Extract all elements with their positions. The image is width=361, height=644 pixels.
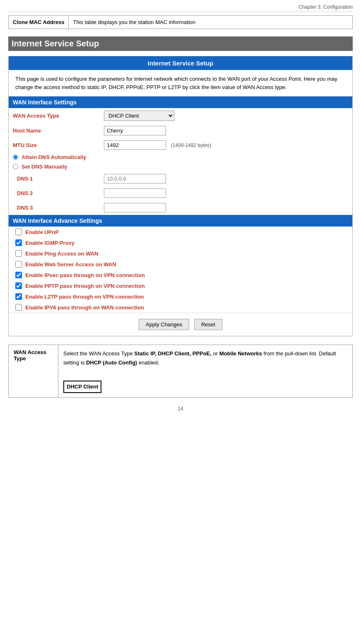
- webserver-checkbox[interactable]: [15, 261, 22, 268]
- wan-access-desc-bold2: Mobile Networks: [219, 350, 262, 357]
- wan-access-info-table: WAN Access Type Select the WAN Access Ty…: [8, 345, 353, 398]
- dhcp-boxed-label: DHCP Client: [63, 381, 101, 393]
- dns-manual-radio[interactable]: [13, 164, 18, 169]
- checkbox-webserver: Enable Web Server Access on WAN: [9, 259, 352, 270]
- host-name-label: Host Name: [9, 123, 100, 138]
- wan-access-desc-part1: Select the WAN Access Type: [63, 350, 134, 357]
- dns1-input[interactable]: [104, 174, 166, 183]
- dns-auto-label[interactable]: Attain DNS Automatically: [22, 154, 86, 160]
- ipsec-label[interactable]: Enable IPsec pass through on VPN connect…: [25, 272, 145, 278]
- dns-form-table: DNS 1 DNS 2 DNS 3: [9, 171, 352, 215]
- checkbox-pptp: Enable PPTP pass through on VPN connecti…: [9, 280, 352, 291]
- host-name-input[interactable]: [104, 126, 166, 135]
- checkbox-l2tp: Enable L2TP pass through on VPN connecti…: [9, 291, 352, 302]
- igmp-label[interactable]: Enable IGMP Proxy: [25, 240, 75, 246]
- mtu-size-label: MTU Size: [9, 138, 100, 152]
- wan-access-desc-bold1: Static IP, DHCP Client, PPPoE,: [134, 350, 212, 357]
- inner-panel-description: This page is used to configure the param…: [9, 70, 352, 96]
- dns3-input[interactable]: [104, 203, 166, 212]
- checkbox-ipsec: Enable IPsec pass through on VPN connect…: [9, 270, 352, 280]
- upnp-checkbox[interactable]: [15, 229, 22, 235]
- ping-label[interactable]: Enable Ping Access on WAN: [25, 251, 99, 257]
- wan-interface-settings-title: WAN Interface Settings: [9, 96, 352, 108]
- l2tp-label[interactable]: Enable L2TP pass through on VPN connecti…: [25, 294, 144, 300]
- mtu-size-row: MTU Size (1400-1492 bytes): [9, 138, 352, 152]
- clone-mac-label: Clone MAC Address: [9, 16, 69, 29]
- dns2-input[interactable]: [104, 188, 166, 198]
- wan-access-type-select[interactable]: DHCP Client Static IP PPPoE PPTP L2TP: [104, 111, 174, 121]
- dns1-label: DNS 1: [9, 171, 100, 186]
- upnp-label[interactable]: Enable UPnP: [25, 229, 59, 235]
- inner-panel-title: Internet Service Setup: [9, 56, 352, 70]
- chapter-header: Chapter 3: Configuration: [8, 4, 353, 12]
- dns2-label: DNS 2: [9, 186, 100, 200]
- inner-panel: Internet Service Setup This page is used…: [8, 56, 353, 336]
- button-row: Apply Changes Reset: [9, 313, 352, 336]
- wan-form-table: WAN Access Type DHCP Client Static IP PP…: [9, 108, 352, 152]
- dns-auto-row: Attain DNS Automatically: [9, 152, 352, 162]
- wan-access-info-label: WAN Access Type: [9, 345, 58, 398]
- pptp-label[interactable]: Enable PPTP pass through on VPN connecti…: [25, 283, 145, 289]
- clone-mac-table: Clone MAC Address This table displays yo…: [8, 15, 353, 29]
- wan-access-desc-part2: or: [212, 350, 219, 357]
- mtu-hint: (1400-1492 bytes): [171, 142, 211, 148]
- dns2-row: DNS 2: [9, 186, 352, 200]
- dns-manual-label[interactable]: Set DNS Manually: [22, 164, 67, 170]
- checkbox-upnp: Enable UPnP: [9, 227, 352, 237]
- host-name-row: Host Name: [9, 123, 352, 138]
- webserver-label[interactable]: Enable Web Server Access on WAN: [25, 261, 116, 268]
- reset-button[interactable]: Reset: [194, 319, 222, 330]
- page-number: 14: [8, 406, 353, 412]
- dns-manual-row: Set DNS Manually: [9, 162, 352, 171]
- apply-changes-button[interactable]: Apply Changes: [139, 319, 189, 330]
- clone-mac-description: This table displays you the station MAC …: [69, 16, 353, 29]
- advance-settings-title: WAN Interface Advance Settings: [9, 215, 352, 227]
- checkbox-ipv6: Enable IPV6 pass through on WAN connecti…: [9, 302, 352, 313]
- ipv6-checkbox[interactable]: [15, 304, 22, 311]
- pptp-checkbox[interactable]: [15, 282, 22, 289]
- l2tp-checkbox[interactable]: [15, 293, 22, 300]
- checkbox-ping: Enable Ping Access on WAN: [9, 248, 352, 259]
- igmp-checkbox[interactable]: [15, 239, 22, 246]
- ping-checkbox[interactable]: [15, 250, 22, 257]
- ipv6-label[interactable]: Enable IPV6 pass through on WAN connecti…: [25, 304, 144, 311]
- dns3-row: DNS 3: [9, 200, 352, 215]
- dns3-label: DNS 3: [9, 200, 100, 215]
- dns1-row: DNS 1: [9, 171, 352, 186]
- dns-auto-radio[interactable]: [13, 154, 18, 160]
- ipsec-checkbox[interactable]: [15, 272, 22, 278]
- section-heading: Internet Service Setup: [8, 36, 353, 51]
- wan-access-type-row: WAN Access Type DHCP Client Static IP PP…: [9, 108, 352, 123]
- wan-access-type-label: WAN Access Type: [9, 108, 100, 123]
- mtu-size-input[interactable]: [104, 140, 166, 150]
- wan-access-info-desc: Select the WAN Access Type Static IP, DH…: [58, 345, 353, 398]
- wan-access-desc-part4: enabled.: [137, 359, 159, 366]
- advance-settings-section: WAN Interface Advance Settings Enable UP…: [9, 215, 352, 313]
- wan-access-desc-bold3: DHCP (Auto Config): [86, 359, 137, 366]
- checkbox-igmp: Enable IGMP Proxy: [9, 237, 352, 248]
